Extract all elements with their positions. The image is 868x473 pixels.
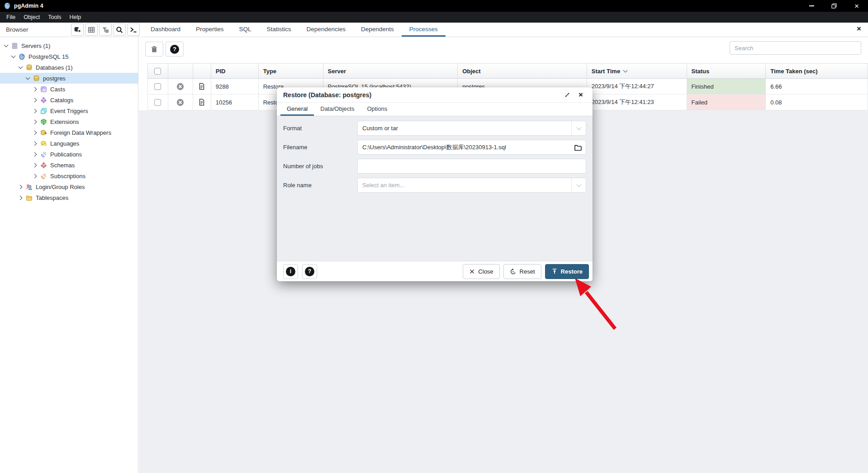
row-checkbox[interactable] bbox=[154, 99, 161, 106]
column-header-type[interactable]: Type bbox=[259, 63, 323, 79]
close-window-button[interactable]: × bbox=[845, 0, 868, 12]
search-input[interactable] bbox=[730, 41, 861, 55]
chevron-right-icon[interactable] bbox=[32, 86, 38, 92]
role-name-select[interactable]: Select an item... bbox=[357, 178, 586, 193]
roles-icon bbox=[25, 184, 33, 190]
filename-input[interactable]: C:\Users\Administrator\Desktop\数据库\20230… bbox=[357, 140, 586, 155]
cancel-icon[interactable] bbox=[176, 83, 184, 90]
chevron-right-icon[interactable] bbox=[32, 118, 38, 125]
sidebar-item-languages[interactable]: Languages bbox=[0, 138, 138, 149]
menu-object[interactable]: Object bbox=[19, 13, 44, 22]
chevron-right-icon[interactable] bbox=[32, 108, 38, 114]
sidebar-item-extensions[interactable]: Extensions bbox=[0, 116, 138, 127]
sidebar-item-catalogs[interactable]: Catalogs bbox=[0, 95, 138, 105]
table-cell: Finished bbox=[687, 79, 766, 95]
table-header-row: PIDTypeServerObjectStart TimeStatusTime … bbox=[147, 63, 868, 79]
panel-close-icon[interactable]: × bbox=[857, 25, 861, 33]
help-button[interactable]: ? bbox=[166, 42, 184, 57]
sidebar-item-tablespaces[interactable]: Tablespaces bbox=[0, 192, 138, 203]
table-cell: 9288 bbox=[211, 79, 259, 95]
dialog-tab-options[interactable]: Options bbox=[360, 103, 394, 116]
browser-panel-title: Browser bbox=[0, 26, 28, 33]
chevron-right-icon[interactable] bbox=[32, 140, 38, 147]
browser-add-server-button[interactable] bbox=[71, 24, 84, 36]
dialog-info-button[interactable]: i bbox=[283, 264, 298, 279]
number-of-jobs-input[interactable] bbox=[357, 159, 586, 174]
sidebar-item-servers-1[interactable]: Servers (1) bbox=[0, 40, 138, 51]
dialog-tab-general[interactable]: General bbox=[280, 103, 314, 116]
tab-dependencies[interactable]: Dependencies bbox=[299, 23, 353, 37]
column-header-blank bbox=[193, 63, 211, 79]
restore-button[interactable]: Restore bbox=[545, 264, 589, 279]
dialog-help-button[interactable]: ? bbox=[302, 264, 317, 279]
menu-tools[interactable]: Tools bbox=[44, 13, 65, 22]
catalogs-icon bbox=[40, 97, 47, 104]
chevron-right-icon[interactable] bbox=[17, 194, 24, 201]
reset-button[interactable]: Reset bbox=[503, 264, 541, 279]
tab-properties[interactable]: Properties bbox=[188, 23, 232, 37]
chevron-right-icon[interactable] bbox=[32, 129, 38, 136]
tab-dependents[interactable]: Dependents bbox=[353, 23, 402, 37]
postgresql-icon bbox=[18, 53, 26, 60]
sidebar-item-databases-1[interactable]: Databases (1) bbox=[0, 62, 138, 73]
close-button[interactable]: Close bbox=[463, 264, 499, 279]
menu-bar: FileObjectToolsHelp bbox=[0, 12, 868, 23]
field-row-role-name: Role nameSelect an item... bbox=[283, 178, 586, 193]
sidebar-item-publications[interactable]: Publications bbox=[0, 149, 138, 160]
column-header-start-time[interactable]: Start Time bbox=[587, 63, 687, 79]
tab-dashboard[interactable]: Dashboard bbox=[143, 23, 188, 37]
sidebar-item-casts[interactable]: Casts bbox=[0, 84, 138, 95]
column-header-server[interactable]: Server bbox=[323, 63, 458, 79]
file-details-icon[interactable] bbox=[198, 99, 205, 106]
menu-help[interactable]: Help bbox=[65, 13, 85, 22]
column-header-object[interactable]: Object bbox=[458, 63, 587, 79]
chevron-down-icon[interactable] bbox=[24, 75, 31, 81]
tab-processes[interactable]: Processes bbox=[402, 23, 446, 37]
row-checkbox[interactable] bbox=[154, 83, 161, 90]
restore-window-icon bbox=[831, 3, 837, 9]
delete-process-button[interactable] bbox=[145, 42, 163, 57]
tab-statistics[interactable]: Statistics bbox=[259, 23, 299, 37]
browse-file-button[interactable] bbox=[574, 144, 582, 151]
chevron-down-icon[interactable] bbox=[17, 64, 24, 71]
sidebar-item-postgresql-15[interactable]: PostgreSQL 15 bbox=[0, 51, 138, 62]
format-select[interactable]: Custom or tar bbox=[357, 121, 586, 136]
dialog-close-icon[interactable]: × bbox=[575, 90, 586, 100]
dropdown-toggle[interactable] bbox=[571, 121, 586, 135]
restore-window-button[interactable] bbox=[823, 0, 845, 12]
browser-quick-search-button[interactable] bbox=[113, 24, 126, 36]
sidebar-item-schemas[interactable]: Schemas bbox=[0, 160, 138, 170]
table-cell bbox=[168, 95, 193, 110]
chevron-right-icon[interactable] bbox=[32, 162, 38, 168]
file-details-icon[interactable] bbox=[198, 83, 205, 90]
column-header-time-taken-sec[interactable]: Time Taken (sec) bbox=[766, 63, 868, 79]
column-header-blank[interactable] bbox=[147, 63, 168, 79]
chevron-right-icon[interactable] bbox=[32, 97, 38, 103]
chevron-right-icon[interactable] bbox=[17, 184, 24, 190]
dialog-tab-data-objects[interactable]: Data/Objects bbox=[314, 103, 360, 116]
minimize-button[interactable] bbox=[800, 0, 823, 12]
sidebar-item-postgres[interactable]: postgres bbox=[0, 73, 138, 84]
chevron-right-icon[interactable] bbox=[32, 151, 38, 157]
select-all-checkbox[interactable] bbox=[154, 68, 161, 75]
column-header-pid[interactable]: PID bbox=[211, 63, 259, 79]
tab-sql[interactable]: SQL bbox=[232, 23, 259, 37]
browser-filter-button[interactable] bbox=[99, 24, 112, 36]
folder-icon bbox=[574, 144, 582, 151]
chevron-down-icon[interactable] bbox=[3, 43, 9, 49]
browser-grid-button[interactable] bbox=[85, 24, 98, 36]
sidebar-item-subscriptions[interactable]: Subscriptions bbox=[0, 170, 138, 181]
sidebar-item-event-triggers[interactable]: Event Triggers bbox=[0, 105, 138, 116]
dialog-maximize-button[interactable] bbox=[562, 90, 573, 100]
chevron-down-icon[interactable] bbox=[10, 53, 17, 60]
dropdown-toggle[interactable] bbox=[571, 178, 586, 192]
chevron-right-icon[interactable] bbox=[32, 173, 38, 179]
menu-file[interactable]: File bbox=[2, 13, 19, 22]
browser-terminal-button[interactable] bbox=[127, 24, 140, 36]
table-cell: 0.08 bbox=[766, 95, 868, 110]
help-icon: ? bbox=[170, 45, 179, 54]
column-header-status[interactable]: Status bbox=[687, 63, 766, 79]
sidebar-item-foreign-data-wrappers[interactable]: Foreign Data Wrappers bbox=[0, 127, 138, 138]
cancel-icon[interactable] bbox=[176, 99, 184, 106]
sidebar-item-login-group-roles[interactable]: Login/Group Roles bbox=[0, 181, 138, 192]
